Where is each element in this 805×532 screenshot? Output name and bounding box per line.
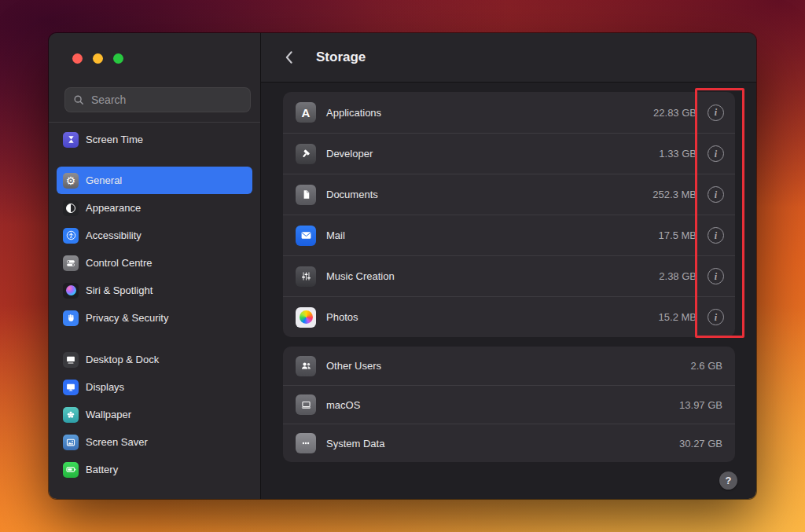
sidebar-item-label: Appearance [86,202,141,214]
screen-time-icon [63,132,79,148]
control-centre-icon [63,255,79,271]
appearance-icon [63,200,79,216]
sidebar-item-siri-spotlight[interactable]: Siri & Spotlight [57,277,252,304]
sidebar-item-label: Displays [86,381,124,393]
storage-row-label: Photos [326,311,659,323]
storage-row-photos: Photos 15.2 MB [283,296,735,337]
storage-row-size: 2.6 GB [691,360,722,372]
search-icon [73,94,84,105]
storage-row-system-data: System Data 30.27 GB [283,424,735,462]
info-icon[interactable] [708,227,724,244]
sidebar-item-label: Privacy & Security [86,312,168,324]
sidebar-item-label: Battery [86,464,118,475]
storage-row-label: macOS [326,399,679,411]
sidebar-item-label: Accessibility [86,229,142,241]
wallpaper-icon [63,407,79,423]
storage-category-group: Applications 22.83 GB Developer [283,92,735,337]
sidebar-item-displays[interactable]: Displays [57,373,252,401]
storage-row-label: Mail [326,229,659,241]
battery-icon [63,462,79,478]
storage-row-size: 15.2 MB [659,311,697,323]
storage-row-size: 1.33 GB [659,148,697,160]
close-button[interactable] [72,53,83,64]
other-users-icon [296,356,316,376]
desktop-dock-icon [63,352,79,368]
storage-row-size: 2.38 GB [659,270,697,282]
sidebar-nav: Screen Time General Appearance Acc [49,123,260,483]
system-data-icon [296,433,316,453]
storage-system-group: Other Users 2.6 GB macOS 13.97 GB [283,347,735,462]
info-icon[interactable] [708,309,724,325]
info-icon[interactable] [708,105,724,121]
storage-row-developer: Developer 1.33 GB [283,133,735,174]
sidebar: Screen Time General Appearance Acc [49,33,261,499]
photos-icon [296,307,316,328]
sidebar-item-label: Desktop & Dock [86,354,159,365]
sidebar-item-battery[interactable]: Battery [57,456,252,483]
storage-row-music-creation: Music Creation 2.38 GB [283,255,735,296]
storage-row-label: Music Creation [326,270,659,282]
search-input[interactable] [90,93,242,107]
sidebar-item-label: Wallpaper [86,409,131,420]
storage-row-label: Other Users [326,360,691,372]
siri-spotlight-icon [63,283,79,299]
storage-content: Applications 22.83 GB Developer [261,83,756,462]
applications-icon [296,102,316,123]
system-settings-window: Screen Time General Appearance Acc [49,33,756,499]
sidebar-item-label: Screen Saver [86,436,148,448]
info-icon[interactable] [708,268,724,284]
sidebar-item-label: Siri & Spotlight [86,284,153,296]
help-button[interactable]: ? [719,471,737,490]
privacy-security-icon [63,310,79,326]
storage-row-label: System Data [326,438,679,449]
pane-header: Storage [261,33,756,83]
sidebar-header [49,33,260,123]
sidebar-item-screen-saver[interactable]: Screen Saver [57,428,252,456]
storage-row-documents: Documents 252.3 MB [283,174,735,215]
sidebar-item-label: Control Centre [86,257,153,269]
sidebar-item-desktop-dock[interactable]: Desktop & Dock [57,346,252,373]
zoom-button[interactable] [113,53,123,64]
sidebar-item-general[interactable]: General [57,167,252,194]
info-icon[interactable] [708,145,724,162]
storage-row-size: 13.97 GB [679,399,722,411]
storage-row-label: Documents [326,189,652,200]
info-icon[interactable] [708,186,724,203]
window-controls [72,53,260,64]
sidebar-item-wallpaper[interactable]: Wallpaper [57,401,252,428]
storage-row-size: 30.27 GB [679,438,722,449]
storage-row-mail: Mail 17.5 MB [283,215,735,255]
storage-row-size: 252.3 MB [652,189,697,200]
sidebar-item-screen-time[interactable]: Screen Time [57,126,252,153]
accessibility-icon [63,228,79,244]
sidebar-item-appearance[interactable]: Appearance [57,194,252,222]
music-creation-icon [296,266,316,287]
sidebar-item-label: Screen Time [86,134,143,145]
storage-row-label: Developer [326,148,659,160]
documents-icon [296,185,316,205]
search-field[interactable] [64,87,251,112]
storage-row-macos: macOS 13.97 GB [283,385,735,424]
mail-icon [296,226,316,246]
storage-row-label: Applications [326,107,653,119]
minimize-button[interactable] [93,53,103,64]
storage-row-other-users: Other Users 2.6 GB [283,347,735,385]
developer-icon [296,144,316,164]
sidebar-item-label: General [86,174,122,186]
storage-row-size: 22.83 GB [653,107,697,119]
page-title: Storage [316,50,366,65]
sidebar-item-accessibility[interactable]: Accessibility [57,222,252,249]
storage-row-applications: Applications 22.83 GB [283,92,735,133]
screen-saver-icon [63,435,79,450]
chevron-left-icon [285,50,293,64]
storage-row-size: 17.5 MB [659,229,697,241]
sidebar-item-control-centre[interactable]: Control Centre [57,249,252,277]
back-button[interactable] [285,50,302,64]
displays-icon [63,380,79,395]
general-gear-icon [63,173,79,189]
macos-icon [296,394,316,415]
sidebar-item-privacy-security[interactable]: Privacy & Security [57,304,252,332]
storage-pane: Storage Applications 22.83 GB [261,33,756,499]
